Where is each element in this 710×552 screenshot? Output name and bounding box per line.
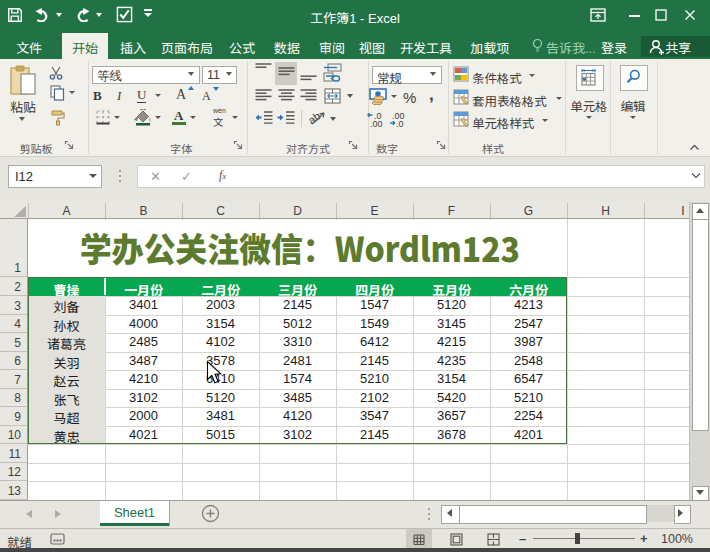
svg-text:.0: .0 xyxy=(396,119,404,128)
svg-text:学办公关注微信：Wordlm123: 学办公关注微信：Wordlm123 xyxy=(80,223,520,272)
svg-text:ab: ab xyxy=(308,109,323,126)
svg-text:.00: .00 xyxy=(370,119,383,128)
